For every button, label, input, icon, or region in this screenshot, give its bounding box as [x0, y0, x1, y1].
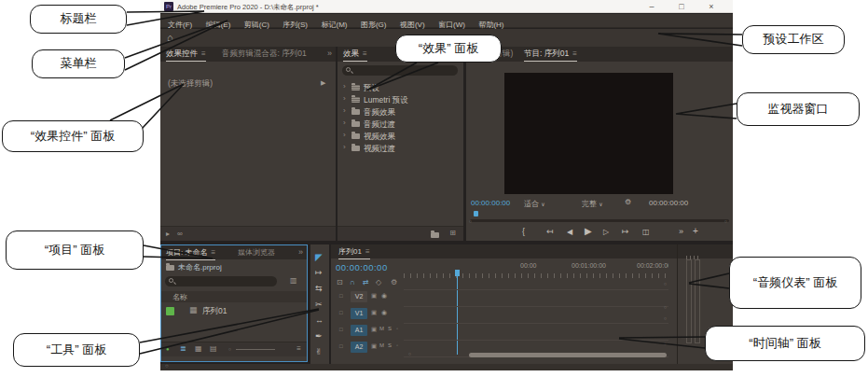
sync-lock-icon[interactable]: ▣ [371, 342, 377, 350]
sync-lock-icon[interactable]: ▣ [371, 326, 377, 333]
scrubber-right-handle[interactable]: ○ [724, 218, 727, 224]
add-marker-icon[interactable]: ◇ [376, 278, 381, 286]
current-timecode[interactable]: 00:00:00:00 [471, 199, 510, 207]
new-custom-bin-icon[interactable]: ⊞ [449, 229, 456, 237]
pen-tool[interactable]: ✒ [315, 331, 323, 341]
track-resize-handle[interactable]: ○ [664, 341, 667, 346]
timeline-horizontal-scrollbar[interactable] [469, 353, 667, 357]
effects-folder-row[interactable]: › 视频效果 [338, 130, 463, 142]
add-marker-button[interactable]: { [522, 227, 525, 236]
timeline-playhead-line[interactable] [457, 276, 458, 355]
disclosure-icon[interactable]: › [343, 94, 346, 103]
tab-sequence-01[interactable]: 序列01≡ [338, 244, 370, 259]
tab-audio-clip-mixer[interactable]: 音频剪辑混合器: 序列01 [222, 47, 307, 61]
track-target-v2[interactable]: V2 [351, 291, 367, 302]
track-lock-icon[interactable]: □ [339, 293, 343, 299]
project-footer-menu-icon[interactable]: ≡ [296, 344, 301, 353]
track-lock-icon[interactable]: □ [339, 343, 343, 349]
track-output-eye-icon[interactable]: ◉ [381, 309, 387, 316]
effects-folder-row[interactable]: › Lumetri 预设 [338, 93, 463, 105]
disclosure-icon[interactable]: › [343, 106, 346, 115]
tab-effect-controls[interactable]: 效果控件≡ [166, 47, 206, 62]
track-target-a1[interactable]: A1 [351, 325, 367, 336]
solo-button[interactable]: S [388, 326, 392, 331]
panel-menu-icon[interactable]: ≡ [359, 49, 367, 58]
step-forward-button[interactable]: ▷ [603, 228, 609, 236]
track-lock-icon[interactable]: □ [339, 310, 343, 315]
maximize-button[interactable]: □ [671, 1, 692, 12]
track-lock-icon[interactable]: □ [339, 327, 343, 332]
effects-search-input[interactable] [342, 65, 458, 76]
playhead-marker[interactable] [474, 211, 478, 216]
disclosure-icon[interactable]: › [343, 119, 346, 127]
play-button[interactable]: ▶ [585, 226, 592, 236]
timeline-settings-icon[interactable]: ⚙ [391, 278, 397, 286]
list-view-icon[interactable]: ≣ [180, 344, 186, 353]
new-folder-icon[interactable] [431, 232, 439, 238]
play-audio-icon[interactable]: ▸ [166, 230, 170, 238]
sync-lock-icon[interactable]: ▣ [371, 292, 377, 300]
track-target-a2[interactable]: A2 [351, 342, 367, 353]
icon-view-icon[interactable]: ▦ [195, 344, 202, 353]
sequence-item-label[interactable]: 序列01 [202, 306, 227, 317]
scrubber-left-handle[interactable]: ○ [469, 218, 472, 224]
effects-folder-row[interactable]: › 音频效果 [338, 105, 463, 118]
disclosure-icon[interactable]: › [343, 143, 346, 151]
settings-wrench-icon[interactable]: ⚙ [625, 198, 631, 206]
fit-dropdown[interactable]: 适合 ∨ [524, 199, 545, 209]
panel-menu-icon[interactable]: ≡ [569, 49, 577, 58]
solo-button[interactable]: S [388, 342, 392, 348]
disclosure-icon[interactable]: › [343, 131, 346, 139]
step-back-button[interactable]: ◀ [567, 228, 572, 236]
razor-tool[interactable]: ✂ [315, 300, 323, 309]
effects-folder-row[interactable]: › 视频过渡 [338, 142, 463, 154]
zoom-slider-track[interactable] [236, 349, 275, 350]
effects-folder-row[interactable]: › 预设 [338, 81, 463, 93]
voiceover-mic-icon[interactable]: ◦ [396, 326, 398, 331]
disclosure-icon[interactable]: › [343, 82, 346, 91]
snap-icon[interactable]: ∩ [350, 278, 355, 286]
name-column-header[interactable]: 名称 [161, 291, 307, 302]
panel-menu-icon[interactable]: ≡ [198, 49, 206, 58]
minimize-button[interactable]: – [641, 1, 662, 12]
timeline-timecode[interactable]: 00:00:00:00 [336, 262, 388, 272]
panel-menu-icon[interactable]: ≡ [362, 247, 370, 256]
tab-overflow-icon[interactable]: » [298, 245, 303, 259]
zoom-slider-handle[interactable]: ○ [228, 346, 231, 352]
track-resize-handle[interactable]: ○ [664, 281, 667, 286]
track-output-eye-icon[interactable]: ◉ [381, 292, 387, 300]
resolution-dropdown[interactable]: 完整 ∨ [582, 199, 603, 209]
track-target-v1[interactable]: V1 [351, 308, 367, 319]
sync-lock-icon[interactable]: ▣ [371, 309, 377, 316]
nest-icon[interactable]: ⊡ [337, 278, 343, 286]
ripple-edit-tool[interactable]: ⇆ [315, 284, 323, 293]
tab-media-browser[interactable]: 媒体浏览器 [238, 245, 275, 259]
expand-arrow-icon[interactable]: ▶ [321, 79, 325, 87]
home-icon[interactable]: ⌂ [167, 32, 173, 43]
scrubber-track[interactable] [470, 219, 729, 222]
hand-tool[interactable]: ✌ [315, 347, 323, 356]
timeline-zoom-handle[interactable]: ○ [408, 351, 411, 356]
close-button[interactable]: × [701, 1, 722, 12]
project-search-input[interactable] [165, 276, 277, 286]
selection-tool[interactable]: ◤ [315, 252, 323, 262]
tab-program-monitor[interactable]: 节目: 序列01≡ [524, 47, 577, 62]
more-buttons-icon[interactable]: » [679, 227, 683, 236]
go-to-in-button[interactable]: ↤ [546, 227, 554, 236]
slip-tool[interactable]: ↔ [315, 315, 324, 325]
linked-selection-icon[interactable]: ⇄ [363, 278, 369, 286]
timeline-playhead-marker[interactable] [455, 270, 460, 276]
voiceover-mic-icon[interactable]: ◦ [396, 342, 398, 348]
export-frame-button[interactable]: ◫ [642, 228, 650, 236]
track-resize-handle[interactable]: ○ [664, 304, 667, 310]
filter-bin-icon[interactable]: ▥ [290, 276, 297, 285]
go-to-out-button[interactable]: ↦ [622, 227, 629, 236]
mute-button[interactable]: M [379, 326, 384, 331]
label-color-swatch[interactable] [166, 307, 174, 315]
project-file-name[interactable]: 未命名.prproj [178, 262, 222, 272]
tab-overflow-icon[interactable]: » [327, 47, 332, 61]
freeform-view-icon[interactable]: ▤ [210, 344, 217, 353]
track-select-forward-tool[interactable]: ↦ [315, 268, 323, 277]
button-editor-plus[interactable]: + [693, 226, 698, 236]
panel-menu-icon[interactable]: ≡ [207, 248, 215, 257]
